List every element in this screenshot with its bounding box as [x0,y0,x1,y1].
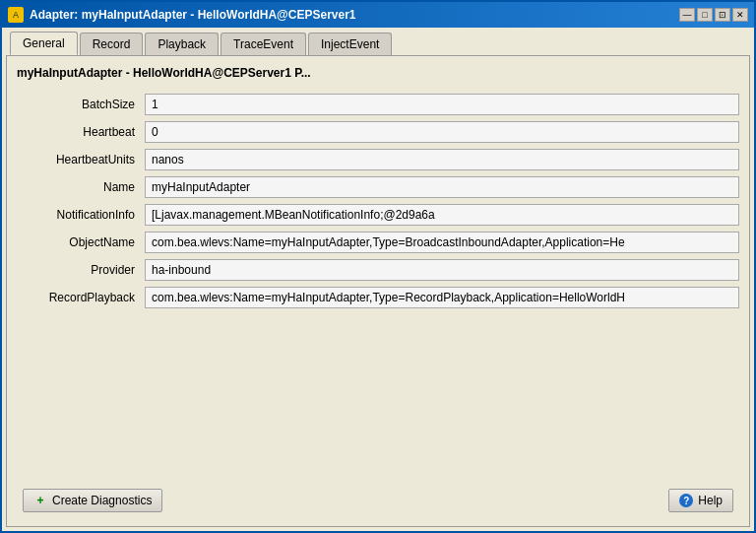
form-row-objectname: ObjectName [17,232,739,253]
title-buttons: — □ ⊡ ✕ [679,8,748,22]
form-row-name: Name [17,176,739,198]
form-row-batchsize: BatchSize [17,94,739,115]
label-name: Name [17,180,145,194]
tab-bar: General Record Playback TraceEvent Injec… [6,32,750,55]
maximize-button[interactable]: ⊡ [715,8,730,22]
input-name[interactable] [145,176,739,198]
tab-general[interactable]: General [10,32,78,55]
title-bar: A Adapter: myHaInputAdapter - HelloWorld… [2,2,754,28]
input-notificationinfo[interactable] [145,204,739,226]
input-heartbeatunits[interactable] [145,149,739,170]
label-batchsize: BatchSize [17,98,145,111]
input-objectname[interactable] [145,232,739,253]
help-icon: ? [679,494,693,507]
tab-playback[interactable]: Playback [145,33,219,55]
label-notificationinfo: NotificationInfo [17,208,145,222]
page-title: myHaInputAdapter - HelloWorldHA@CEPServe… [17,66,739,80]
create-diagnostics-button[interactable]: Create Diagnostics [23,489,162,512]
diagnostics-label: Create Diagnostics [52,494,152,507]
input-heartbeat[interactable] [145,121,739,143]
label-recordplayback: RecordPlayback [17,291,145,304]
help-label: Help [698,494,723,507]
window-body: General Record Playback TraceEvent Injec… [2,28,754,531]
form-row-recordplayback: RecordPlayback [17,287,739,308]
tab-record[interactable]: Record [80,33,144,55]
form-area: BatchSize Heartbeat HeartbeatUnits Name [17,94,739,481]
input-provider[interactable] [145,259,739,281]
label-objectname: ObjectName [17,235,145,249]
label-heartbeat: Heartbeat [17,125,145,139]
content-area: myHaInputAdapter - HelloWorldHA@CEPServe… [6,55,750,527]
window-title: Adapter: myHaInputAdapter - HelloWorldHA… [30,8,356,22]
restore-button[interactable]: □ [697,8,713,22]
title-bar-left: A Adapter: myHaInputAdapter - HelloWorld… [8,7,356,23]
help-button[interactable]: ? Help [668,489,733,512]
input-batchsize[interactable] [145,94,739,115]
form-row-provider: Provider [17,259,739,281]
window-icon: A [8,7,24,23]
tab-traceevent[interactable]: TraceEvent [220,33,306,55]
form-row-heartbeatunits: HeartbeatUnits [17,149,739,170]
form-row-heartbeat: Heartbeat [17,121,739,143]
main-window: A Adapter: myHaInputAdapter - HelloWorld… [0,0,756,533]
tab-injectevent[interactable]: InjectEvent [308,33,392,55]
label-provider: Provider [17,263,145,277]
close-button[interactable]: ✕ [732,8,748,22]
form-row-notificationinfo: NotificationInfo [17,204,739,226]
diagnostics-icon [33,494,47,507]
bottom-bar: Create Diagnostics ? Help [17,481,739,516]
label-heartbeatunits: HeartbeatUnits [17,153,145,167]
minimize-button[interactable]: — [679,8,695,22]
input-recordplayback[interactable] [145,287,739,308]
